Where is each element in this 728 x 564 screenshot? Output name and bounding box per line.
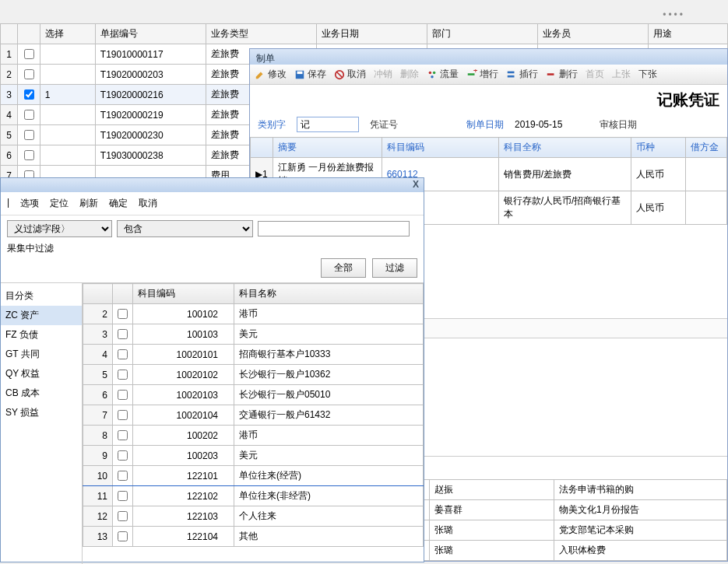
cancel-button[interactable]: 取消	[334, 68, 366, 81]
flow-button[interactable]: 流量	[427, 68, 459, 81]
save-button[interactable]: 保存	[294, 68, 326, 81]
menu-options[interactable]: 选项	[20, 197, 39, 210]
insrow-button[interactable]: 插行	[506, 68, 538, 81]
menu-ok[interactable]: 确定	[109, 197, 128, 210]
cell-code[interactable]: 122101	[133, 466, 234, 486]
cell-name[interactable]: 港币	[234, 426, 424, 446]
cell-code[interactable]: 10020103	[133, 385, 234, 405]
col-full[interactable]: 科目全称	[498, 138, 631, 158]
cell-emp[interactable]: 张璐	[430, 541, 554, 561]
cell-remark[interactable]: 法务申请书籍的购	[554, 480, 727, 500]
row-checkbox[interactable]	[118, 491, 128, 501]
col-summary[interactable]: 摘要	[273, 138, 382, 158]
row-checkbox[interactable]	[24, 49, 34, 59]
filter-button[interactable]: 过滤	[372, 258, 417, 278]
cell-remark[interactable]: 入职体检费	[554, 541, 727, 561]
cell-remark[interactable]: 党支部笔记本采购	[554, 520, 727, 541]
cell-docno[interactable]: T19020000203	[95, 65, 206, 85]
filter-op-select[interactable]: 包含	[117, 220, 253, 237]
cell-emp[interactable]: 张璐	[430, 520, 554, 541]
cell-name[interactable]: 美元	[234, 446, 424, 466]
col-docno[interactable]: 单据编号	[95, 24, 206, 44]
all-button[interactable]: 全部	[321, 258, 366, 278]
row-checkbox[interactable]	[118, 531, 128, 541]
cell-code[interactable]: 10020102	[133, 365, 234, 385]
cell-name[interactable]: 单位往来(经营)	[234, 466, 424, 486]
cell-code[interactable]: 122102	[133, 486, 234, 506]
col-code[interactable]: 科目编码	[382, 138, 498, 158]
cell-code[interactable]: 100203	[133, 446, 234, 466]
row-checkbox[interactable]	[118, 370, 128, 380]
tree-item-cb[interactable]: CB 成本	[1, 384, 82, 403]
col-debit[interactable]: 借方金	[685, 138, 726, 158]
lookup-row[interactable]: 12 122103 个人往来	[83, 506, 424, 527]
cell-full[interactable]: 销售费用/差旅费	[498, 158, 631, 191]
cell-docno[interactable]: T19020000216	[95, 85, 206, 105]
row-checkbox[interactable]	[118, 390, 128, 400]
row-checkbox[interactable]	[118, 450, 128, 461]
delrow-button[interactable]: 删行	[546, 68, 578, 81]
next-button[interactable]: 下张	[638, 68, 657, 81]
lookup-row[interactable]: 9 100203 美元	[83, 446, 424, 466]
row-checkbox[interactable]	[118, 410, 128, 420]
cell-select[interactable]	[40, 145, 95, 166]
lookup-row[interactable]: 2 100102 港币	[83, 304, 424, 324]
lookup-row[interactable]: 11 122102 单位往来(非经营)	[83, 486, 424, 506]
modify-button[interactable]: 修改	[255, 68, 287, 81]
tree-item-fz[interactable]: FZ 负债	[1, 325, 82, 345]
cell-select[interactable]	[40, 125, 95, 145]
menu-cancel[interactable]: 取消	[139, 197, 157, 210]
filter-value-input[interactable]	[258, 221, 410, 236]
lookup-row[interactable]: 5 10020102 长沙银行一般户10362	[83, 365, 424, 385]
lookup-row[interactable]: 6 10020103 长沙银行一般户05010	[83, 385, 424, 405]
filter-field-select[interactable]: 义过滤字段〉	[7, 220, 112, 237]
cell-remark[interactable]: 物美文化1月份报告	[554, 500, 727, 520]
row-checkbox[interactable]	[118, 430, 128, 440]
col-type[interactable]: 业务类型	[206, 24, 316, 44]
tree-item-qy[interactable]: QY 权益	[1, 364, 82, 384]
lookup-row[interactable]: 4 10020101 招商银行基本户10333	[83, 345, 424, 365]
tree-item-sy[interactable]: SY 损益	[1, 403, 82, 422]
grid-col-name[interactable]: 科目名称	[234, 284, 424, 304]
col-emp[interactable]: 业务员	[538, 24, 649, 44]
cell-emp[interactable]: 赵振	[430, 480, 554, 500]
cell-select[interactable]: 1	[40, 85, 95, 105]
cell-name[interactable]: 招商银行基本户10333	[234, 345, 424, 365]
cell-docno[interactable]: T19020000230	[95, 125, 206, 145]
cell-name[interactable]: 长沙银行一般户05010	[234, 385, 424, 405]
cell-name[interactable]: 港币	[234, 304, 424, 324]
cell-name[interactable]: 长沙银行一般户10362	[234, 365, 424, 385]
row-checkbox[interactable]	[118, 309, 128, 319]
row-checkbox[interactable]	[118, 329, 128, 339]
grid-col-code[interactable]: 科目编码	[133, 284, 234, 304]
row-checkbox[interactable]	[24, 69, 34, 79]
cell-code[interactable]: 10020101	[133, 345, 234, 365]
cell-emp[interactable]: 姜喜群	[430, 500, 554, 520]
cell-select[interactable]	[40, 44, 95, 65]
lookup-row[interactable]: 8 100202 港币	[83, 426, 424, 446]
cell-name[interactable]: 个人往来	[234, 506, 424, 527]
cell-select[interactable]	[40, 65, 95, 85]
cell-select[interactable]	[40, 105, 95, 125]
cell-docno[interactable]: T19030000238	[95, 145, 206, 166]
col-dept[interactable]: 部门	[427, 24, 538, 44]
col-date[interactable]: 业务日期	[317, 24, 427, 44]
cell-name[interactable]: 单位往来(非经营)	[234, 486, 424, 506]
menu-locate[interactable]: 定位	[50, 197, 69, 210]
cell-code[interactable]: 100102	[133, 304, 234, 324]
cell-name[interactable]: 其他	[234, 527, 424, 547]
cell-code[interactable]: 100202	[133, 426, 234, 446]
cell-name[interactable]: 美元	[234, 324, 424, 345]
cell-name[interactable]: 交通银行一般户61432	[234, 405, 424, 426]
row-checkbox[interactable]	[118, 511, 128, 521]
cat-input[interactable]	[297, 117, 359, 132]
cell-docno[interactable]: T19010000117	[95, 44, 206, 65]
lookup-row[interactable]: 3 100103 美元	[83, 324, 424, 345]
cell-curr[interactable]: 人民币	[631, 191, 685, 225]
cell-docno[interactable]: T19020000219	[95, 105, 206, 125]
close-icon[interactable]: X	[413, 179, 419, 190]
lookup-row[interactable]: 10 122101 单位往来(经营)	[83, 466, 424, 486]
lookup-titlebar[interactable]: X	[1, 178, 424, 192]
cell-code[interactable]: 100103	[133, 324, 234, 345]
lookup-row[interactable]: 7 10020104 交通银行一般户61432	[83, 405, 424, 426]
